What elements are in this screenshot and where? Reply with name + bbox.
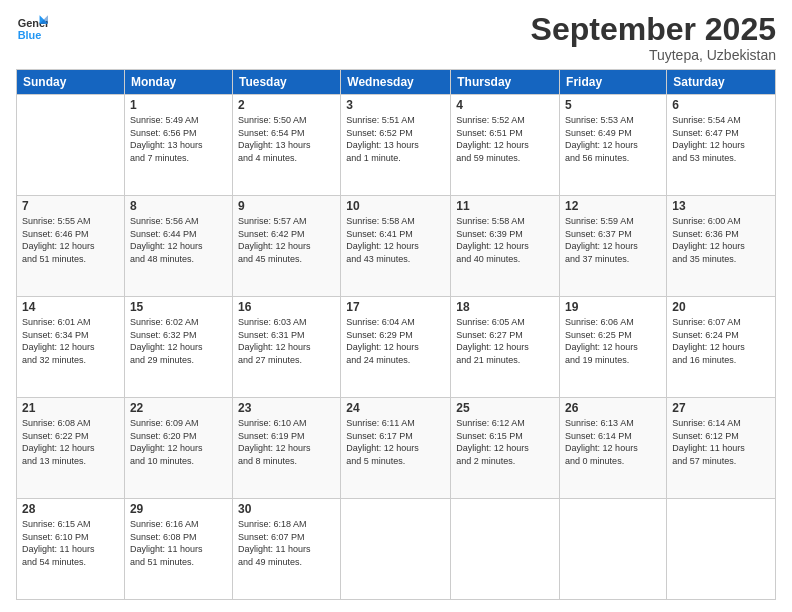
calendar-cell: 2Sunrise: 5:50 AM Sunset: 6:54 PM Daylig… — [232, 95, 340, 196]
day-number: 8 — [130, 199, 227, 213]
day-info: Sunrise: 6:14 AM Sunset: 6:12 PM Dayligh… — [672, 417, 770, 467]
calendar-week-row-1: 1Sunrise: 5:49 AM Sunset: 6:56 PM Daylig… — [17, 95, 776, 196]
calendar-cell: 11Sunrise: 5:58 AM Sunset: 6:39 PM Dayli… — [451, 196, 560, 297]
day-number: 30 — [238, 502, 335, 516]
weekday-header-wednesday: Wednesday — [341, 70, 451, 95]
calendar-cell: 8Sunrise: 5:56 AM Sunset: 6:44 PM Daylig… — [124, 196, 232, 297]
day-number: 1 — [130, 98, 227, 112]
calendar-table: SundayMondayTuesdayWednesdayThursdayFrid… — [16, 69, 776, 600]
day-info: Sunrise: 6:15 AM Sunset: 6:10 PM Dayligh… — [22, 518, 119, 568]
weekday-header-friday: Friday — [560, 70, 667, 95]
day-number: 19 — [565, 300, 661, 314]
day-info: Sunrise: 5:58 AM Sunset: 6:39 PM Dayligh… — [456, 215, 554, 265]
calendar-cell: 3Sunrise: 5:51 AM Sunset: 6:52 PM Daylig… — [341, 95, 451, 196]
location: Tuytepa, Uzbekistan — [531, 47, 776, 63]
day-info: Sunrise: 6:11 AM Sunset: 6:17 PM Dayligh… — [346, 417, 445, 467]
day-info: Sunrise: 6:04 AM Sunset: 6:29 PM Dayligh… — [346, 316, 445, 366]
day-number: 25 — [456, 401, 554, 415]
day-number: 27 — [672, 401, 770, 415]
day-number: 20 — [672, 300, 770, 314]
day-number: 10 — [346, 199, 445, 213]
day-info: Sunrise: 6:13 AM Sunset: 6:14 PM Dayligh… — [565, 417, 661, 467]
weekday-header-row: SundayMondayTuesdayWednesdayThursdayFrid… — [17, 70, 776, 95]
day-number: 7 — [22, 199, 119, 213]
calendar-cell: 4Sunrise: 5:52 AM Sunset: 6:51 PM Daylig… — [451, 95, 560, 196]
day-number: 13 — [672, 199, 770, 213]
calendar-cell: 12Sunrise: 5:59 AM Sunset: 6:37 PM Dayli… — [560, 196, 667, 297]
day-info: Sunrise: 5:58 AM Sunset: 6:41 PM Dayligh… — [346, 215, 445, 265]
weekday-header-tuesday: Tuesday — [232, 70, 340, 95]
day-info: Sunrise: 5:53 AM Sunset: 6:49 PM Dayligh… — [565, 114, 661, 164]
day-info: Sunrise: 5:59 AM Sunset: 6:37 PM Dayligh… — [565, 215, 661, 265]
day-number: 17 — [346, 300, 445, 314]
day-number: 12 — [565, 199, 661, 213]
weekday-header-thursday: Thursday — [451, 70, 560, 95]
svg-text:Blue: Blue — [18, 29, 42, 41]
day-info: Sunrise: 5:57 AM Sunset: 6:42 PM Dayligh… — [238, 215, 335, 265]
day-number: 5 — [565, 98, 661, 112]
calendar-cell: 27Sunrise: 6:14 AM Sunset: 6:12 PM Dayli… — [667, 398, 776, 499]
calendar-cell — [667, 499, 776, 600]
calendar-cell — [341, 499, 451, 600]
day-info: Sunrise: 6:12 AM Sunset: 6:15 PM Dayligh… — [456, 417, 554, 467]
calendar-cell: 19Sunrise: 6:06 AM Sunset: 6:25 PM Dayli… — [560, 297, 667, 398]
calendar-week-row-5: 28Sunrise: 6:15 AM Sunset: 6:10 PM Dayli… — [17, 499, 776, 600]
day-number: 16 — [238, 300, 335, 314]
calendar-cell: 29Sunrise: 6:16 AM Sunset: 6:08 PM Dayli… — [124, 499, 232, 600]
calendar-cell: 16Sunrise: 6:03 AM Sunset: 6:31 PM Dayli… — [232, 297, 340, 398]
day-number: 28 — [22, 502, 119, 516]
day-info: Sunrise: 6:07 AM Sunset: 6:24 PM Dayligh… — [672, 316, 770, 366]
day-number: 23 — [238, 401, 335, 415]
calendar-week-row-2: 7Sunrise: 5:55 AM Sunset: 6:46 PM Daylig… — [17, 196, 776, 297]
calendar-cell: 23Sunrise: 6:10 AM Sunset: 6:19 PM Dayli… — [232, 398, 340, 499]
month-title: September 2025 — [531, 12, 776, 47]
logo: General Blue — [16, 12, 48, 44]
calendar-cell — [560, 499, 667, 600]
day-info: Sunrise: 5:55 AM Sunset: 6:46 PM Dayligh… — [22, 215, 119, 265]
day-info: Sunrise: 6:06 AM Sunset: 6:25 PM Dayligh… — [565, 316, 661, 366]
calendar-cell: 17Sunrise: 6:04 AM Sunset: 6:29 PM Dayli… — [341, 297, 451, 398]
day-info: Sunrise: 6:10 AM Sunset: 6:19 PM Dayligh… — [238, 417, 335, 467]
calendar-cell: 7Sunrise: 5:55 AM Sunset: 6:46 PM Daylig… — [17, 196, 125, 297]
calendar-cell — [17, 95, 125, 196]
weekday-header-sunday: Sunday — [17, 70, 125, 95]
calendar-cell: 28Sunrise: 6:15 AM Sunset: 6:10 PM Dayli… — [17, 499, 125, 600]
calendar-cell: 18Sunrise: 6:05 AM Sunset: 6:27 PM Dayli… — [451, 297, 560, 398]
calendar-cell: 21Sunrise: 6:08 AM Sunset: 6:22 PM Dayli… — [17, 398, 125, 499]
day-info: Sunrise: 5:56 AM Sunset: 6:44 PM Dayligh… — [130, 215, 227, 265]
day-info: Sunrise: 5:54 AM Sunset: 6:47 PM Dayligh… — [672, 114, 770, 164]
day-info: Sunrise: 5:51 AM Sunset: 6:52 PM Dayligh… — [346, 114, 445, 164]
day-number: 26 — [565, 401, 661, 415]
calendar-cell: 10Sunrise: 5:58 AM Sunset: 6:41 PM Dayli… — [341, 196, 451, 297]
calendar-cell: 30Sunrise: 6:18 AM Sunset: 6:07 PM Dayli… — [232, 499, 340, 600]
day-number: 11 — [456, 199, 554, 213]
day-number: 15 — [130, 300, 227, 314]
day-info: Sunrise: 6:05 AM Sunset: 6:27 PM Dayligh… — [456, 316, 554, 366]
calendar-cell: 24Sunrise: 6:11 AM Sunset: 6:17 PM Dayli… — [341, 398, 451, 499]
day-info: Sunrise: 5:52 AM Sunset: 6:51 PM Dayligh… — [456, 114, 554, 164]
day-info: Sunrise: 6:18 AM Sunset: 6:07 PM Dayligh… — [238, 518, 335, 568]
calendar-cell: 6Sunrise: 5:54 AM Sunset: 6:47 PM Daylig… — [667, 95, 776, 196]
day-number: 29 — [130, 502, 227, 516]
calendar-cell: 22Sunrise: 6:09 AM Sunset: 6:20 PM Dayli… — [124, 398, 232, 499]
weekday-header-monday: Monday — [124, 70, 232, 95]
day-info: Sunrise: 6:00 AM Sunset: 6:36 PM Dayligh… — [672, 215, 770, 265]
day-number: 2 — [238, 98, 335, 112]
day-number: 18 — [456, 300, 554, 314]
day-info: Sunrise: 5:49 AM Sunset: 6:56 PM Dayligh… — [130, 114, 227, 164]
calendar-cell: 5Sunrise: 5:53 AM Sunset: 6:49 PM Daylig… — [560, 95, 667, 196]
day-number: 21 — [22, 401, 119, 415]
day-number: 22 — [130, 401, 227, 415]
day-info: Sunrise: 6:03 AM Sunset: 6:31 PM Dayligh… — [238, 316, 335, 366]
weekday-header-saturday: Saturday — [667, 70, 776, 95]
day-info: Sunrise: 6:01 AM Sunset: 6:34 PM Dayligh… — [22, 316, 119, 366]
day-number: 6 — [672, 98, 770, 112]
day-number: 24 — [346, 401, 445, 415]
day-info: Sunrise: 6:08 AM Sunset: 6:22 PM Dayligh… — [22, 417, 119, 467]
day-number: 4 — [456, 98, 554, 112]
day-info: Sunrise: 6:02 AM Sunset: 6:32 PM Dayligh… — [130, 316, 227, 366]
calendar-cell: 25Sunrise: 6:12 AM Sunset: 6:15 PM Dayli… — [451, 398, 560, 499]
day-info: Sunrise: 5:50 AM Sunset: 6:54 PM Dayligh… — [238, 114, 335, 164]
day-number: 14 — [22, 300, 119, 314]
calendar-cell: 9Sunrise: 5:57 AM Sunset: 6:42 PM Daylig… — [232, 196, 340, 297]
